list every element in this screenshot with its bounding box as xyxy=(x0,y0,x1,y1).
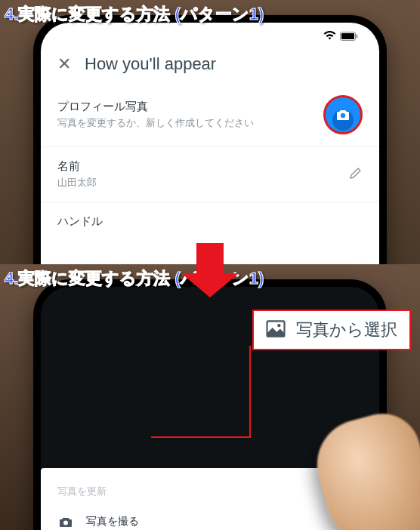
svg-rect-1 xyxy=(341,33,354,39)
handle-row[interactable]: ハンドル xyxy=(41,202,379,244)
name-title: 名前 xyxy=(57,159,340,174)
name-value: 山田太郎 xyxy=(57,177,340,190)
status-bar xyxy=(41,23,379,51)
callout-text: 写真から選択 xyxy=(296,319,397,341)
edit-pencil-icon[interactable] xyxy=(349,166,363,183)
profile-photo-title: プロフィール写真 xyxy=(57,100,314,114)
wifi-icon xyxy=(323,31,336,43)
svg-point-8 xyxy=(277,324,280,327)
name-row[interactable]: 名前 山田太郎 xyxy=(41,147,379,202)
callout-choose-photo: 写真から選択 xyxy=(252,310,411,350)
svg-point-3 xyxy=(341,113,345,118)
sheet-take-photo-label: 写真を撮る xyxy=(86,515,139,528)
svg-rect-2 xyxy=(357,35,358,39)
camera-icon xyxy=(57,516,74,528)
svg-point-4 xyxy=(63,520,68,525)
handle-title: ハンドル xyxy=(57,214,363,229)
profile-photo-row[interactable]: プロフィール写真 写真を変更するか、新しく作成してください xyxy=(41,83,379,147)
section-title-top: 4.実際に変更する方法 (パターン1) xyxy=(5,3,264,26)
arrow-down-icon xyxy=(181,243,239,297)
page-title: How you'll appear xyxy=(85,54,216,74)
photo-icon xyxy=(266,320,286,340)
close-button[interactable]: ✕ xyxy=(57,54,71,74)
battery-icon xyxy=(340,31,358,43)
profile-photo-camera-button[interactable] xyxy=(323,95,363,134)
profile-photo-sub: 写真を変更するか、新しく作成してください xyxy=(57,117,314,130)
